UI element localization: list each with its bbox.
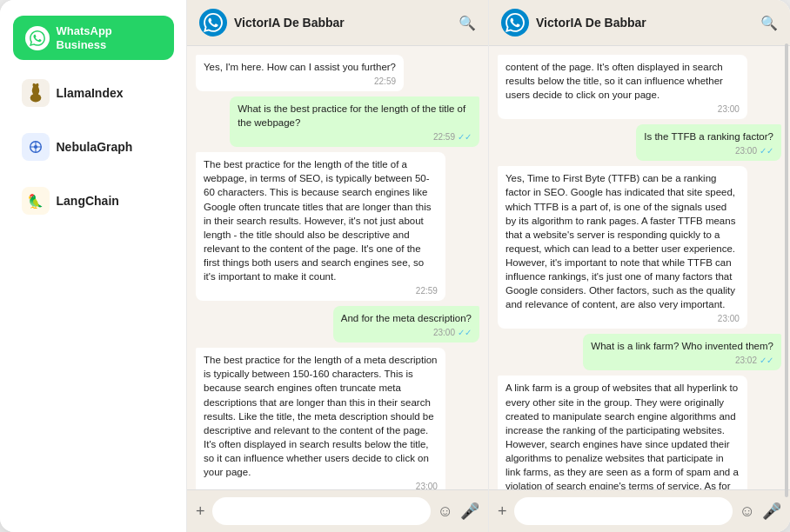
chat-footer-1: + ☺ 🎤 xyxy=(187,489,488,532)
header-name-2: VictorIA De Babbar xyxy=(536,16,646,30)
msg-time: 23:00 xyxy=(718,313,740,325)
chat-footer-2: + ☺ 🎤 xyxy=(489,489,790,532)
msg-bubble: Yes, Time to First Byte (TTFB) can be a … xyxy=(498,166,747,329)
msg-time: 23:00 xyxy=(433,327,455,339)
msg-row: What is the best practice for the length… xyxy=(196,96,479,147)
msg-text: What is the best practice for the length… xyxy=(238,103,465,128)
scrollbar-indicator xyxy=(785,43,788,497)
nebulagraph-label: NebulaGraph xyxy=(57,140,133,154)
chat-messages-1[interactable]: Yes, I'm here. How can I assist you furt… xyxy=(187,46,488,489)
emoji-icon-2[interactable]: ☺ xyxy=(740,502,755,521)
msg-time: 22:59 xyxy=(374,76,396,88)
svg-text:🦜: 🦜 xyxy=(26,193,44,209)
chat-header-2: VictorIA De Babbar 🔍 xyxy=(489,0,790,46)
msg-text: The best practice for the length of the … xyxy=(204,159,431,282)
sidebar-item-langchain[interactable]: 🦜 LangChain xyxy=(13,180,174,222)
msg-bubble: What is the best practice for the length… xyxy=(230,96,479,147)
add-icon-2[interactable]: + xyxy=(498,502,507,521)
msg-text: content of the page. It's often displaye… xyxy=(505,62,723,100)
msg-text: What is a link farm? Who invented them? xyxy=(591,341,773,351)
langchain-label: LangChain xyxy=(57,194,119,208)
msg-text: Yes, Time to First Byte (TTFB) can be a … xyxy=(505,173,735,309)
msg-meta: 22:59 xyxy=(204,285,438,297)
nebulagraph-icon xyxy=(22,133,50,161)
msg-text: The best practice for the length of a me… xyxy=(204,355,437,477)
msg-meta: 23:00 ✓✓ xyxy=(341,327,472,339)
svg-point-5 xyxy=(36,83,38,87)
msg-row: Yes, Time to First Byte (TTFB) can be a … xyxy=(498,166,781,329)
emoji-icon-1[interactable]: ☺ xyxy=(438,502,453,521)
mic-icon-1[interactable]: 🎤 xyxy=(460,502,479,521)
chat-messages-2[interactable]: content of the page. It's often displaye… xyxy=(489,46,790,489)
whatsapp-icon xyxy=(25,26,50,50)
msg-time: 23:02 xyxy=(735,355,757,367)
langchain-icon: 🦜 xyxy=(22,187,50,215)
msg-text: And for the meta description? xyxy=(341,313,472,323)
chat-header-left-1: VictorIA De Babbar xyxy=(199,9,345,37)
msg-row: And for the meta description? 23:00 ✓✓ xyxy=(196,306,479,342)
msg-bubble: What is a link farm? Who invented them? … xyxy=(583,334,781,370)
msg-bubble: The best practice for the length of the … xyxy=(196,152,445,301)
msg-time: 23:00 xyxy=(718,103,740,116)
msg-text: Is the TTFB a ranking factor? xyxy=(644,131,773,142)
chat-panels: VictorIA De Babbar 🔍 Yes, I'm here. How … xyxy=(187,0,790,532)
msg-row: The best practice for the length of the … xyxy=(196,152,479,301)
msg-bubble: content of the page. It's often displaye… xyxy=(498,55,747,119)
add-icon-1[interactable]: + xyxy=(196,502,205,521)
msg-bubble: Is the TTFB a ranking factor? 23:00 ✓✓ xyxy=(636,124,781,161)
whatsapp-label: WhatsApp Business xyxy=(57,24,162,51)
chat-header-left-2: VictorIA De Babbar xyxy=(501,9,646,37)
msg-meta: 23:00 xyxy=(204,481,438,489)
message-input-1[interactable] xyxy=(212,497,431,525)
msg-row: A link farm is a group of websites that … xyxy=(498,376,781,489)
msg-meta: 22:59 xyxy=(204,76,396,88)
msg-check: ✓✓ xyxy=(458,327,472,339)
msg-check: ✓✓ xyxy=(760,355,773,367)
llamaindex-icon xyxy=(22,79,50,107)
msg-row: The best practice for the length of a me… xyxy=(196,348,479,489)
msg-time: 23:00 xyxy=(416,481,438,489)
msg-check: ✓✓ xyxy=(760,145,773,157)
sidebar-item-whatsapp[interactable]: WhatsApp Business xyxy=(13,16,174,60)
chat-panel-2: VictorIA De Babbar 🔍 content of the page… xyxy=(489,0,790,532)
message-input-2[interactable] xyxy=(514,497,733,525)
msg-meta: 23:00 ✓✓ xyxy=(644,145,773,157)
msg-meta: 22:59 ✓✓ xyxy=(238,131,472,143)
msg-time: 22:59 xyxy=(433,131,455,143)
msg-meta: 23:00 xyxy=(505,313,740,325)
msg-meta: 23:02 ✓✓ xyxy=(591,355,773,367)
sidebar: WhatsApp Business LlamaIndex xyxy=(0,0,187,532)
msg-bubble: A link farm is a group of websites that … xyxy=(498,376,747,489)
msg-row: What is a link farm? Who invented them? … xyxy=(498,334,781,370)
msg-row: Is the TTFB a ranking factor? 23:00 ✓✓ xyxy=(498,124,781,161)
chat-header-1: VictorIA De Babbar 🔍 xyxy=(187,0,488,46)
avatar-2 xyxy=(501,9,529,37)
msg-bubble: And for the meta description? 23:00 ✓✓ xyxy=(333,306,479,342)
msg-row: Yes, I'm here. How can I assist you furt… xyxy=(196,55,479,91)
svg-point-4 xyxy=(32,83,35,87)
search-icon-1[interactable]: 🔍 xyxy=(459,15,476,31)
chat-panel-1: VictorIA De Babbar 🔍 Yes, I'm here. How … xyxy=(187,0,489,532)
mic-icon-2[interactable]: 🎤 xyxy=(762,502,781,521)
msg-check: ✓✓ xyxy=(458,131,472,143)
msg-text: Yes, I'm here. How can I assist you furt… xyxy=(204,62,396,72)
header-name-1: VictorIA De Babbar xyxy=(234,16,345,30)
msg-row: content of the page. It's often displaye… xyxy=(498,55,781,119)
msg-bubble: The best practice for the length of a me… xyxy=(196,348,445,489)
sidebar-item-nebulagraph[interactable]: NebulaGraph xyxy=(13,126,174,168)
msg-bubble: Yes, I'm here. How can I assist you furt… xyxy=(196,55,404,91)
avatar-1 xyxy=(199,9,227,37)
msg-time: 22:59 xyxy=(416,285,438,297)
search-icon-2[interactable]: 🔍 xyxy=(760,15,778,31)
sidebar-item-llamaindex[interactable]: LlamaIndex xyxy=(13,72,174,114)
main-container: WhatsApp Business LlamaIndex xyxy=(0,0,790,532)
llamaindex-label: LlamaIndex xyxy=(57,86,124,100)
msg-text: A link farm is a group of websites that … xyxy=(505,382,739,489)
msg-time: 23:00 xyxy=(735,145,757,157)
msg-meta: 23:00 xyxy=(505,103,740,116)
